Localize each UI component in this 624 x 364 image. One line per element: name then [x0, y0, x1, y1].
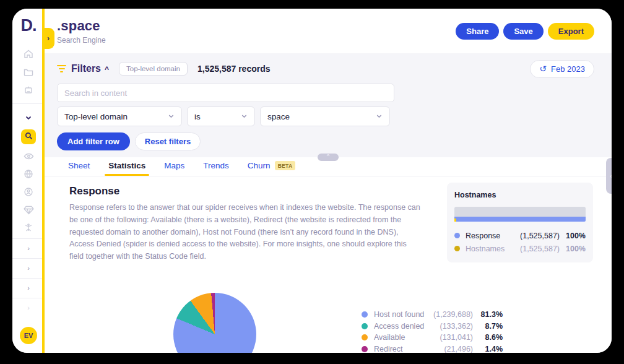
beta-badge: BETA — [275, 161, 296, 170]
date-label: Feb 2023 — [551, 64, 585, 74]
tab-label: Churn — [248, 161, 271, 170]
chevron-down-icon — [168, 112, 175, 121]
legend-value: (1,525,587) — [520, 232, 560, 240]
sidebar-divider — [12, 278, 45, 279]
crawler-icon[interactable] — [22, 84, 35, 96]
legend-value: (1,525,587) — [520, 245, 560, 253]
sidebar-section-toggle[interactable]: › — [27, 241, 30, 256]
legend-dot-icon — [362, 323, 368, 329]
legend-percent: 100% — [560, 245, 586, 253]
chevron-up-icon: ^ — [105, 65, 109, 74]
add-filter-row-button[interactable]: Add filter row — [57, 132, 130, 150]
tab-maps[interactable]: Maps — [164, 161, 184, 176]
filter-operator-select[interactable]: is — [187, 106, 255, 126]
chevron-down-icon — [376, 112, 383, 121]
hostnames-legend-row[interactable]: Response(1,525,587)100% — [454, 229, 586, 242]
globe-icon[interactable] — [22, 168, 35, 180]
pie-legend-row[interactable]: Access denied(133,362)8.7% — [362, 320, 503, 332]
legend-dot-icon — [454, 233, 460, 238]
legend-label: Redirect — [374, 345, 403, 353]
filter-value-select[interactable]: space — [260, 106, 390, 126]
search-input[interactable] — [57, 84, 394, 102]
legend-label: Response — [466, 232, 500, 240]
statistics-content: Response Response refers to the answer t… — [45, 176, 612, 353]
filter-icon — [57, 65, 66, 73]
share-button[interactable]: Share — [456, 23, 499, 40]
tab-sheet[interactable]: Sheet — [68, 161, 90, 176]
hostnames-panel: Hostnames Response(1,525,587)100%Hostnam… — [447, 183, 593, 262]
section-heading: Response — [69, 185, 422, 197]
app-window: D. › — [12, 9, 612, 353]
diamond-icon[interactable] — [22, 204, 35, 216]
folder-icon[interactable] — [22, 66, 35, 78]
legend-label: Hostnames — [466, 245, 505, 253]
pie-legend-row[interactable]: Host not found(1,239,688)81.3% — [362, 309, 503, 321]
app-header: .space Search Engine Share Save Export — [45, 9, 612, 53]
filter-operator-value: is — [194, 112, 201, 121]
filter-field-value: Top-level domain — [64, 112, 128, 121]
legend-dot-icon — [362, 346, 368, 352]
tab-label: Trends — [203, 161, 229, 170]
brand-logo[interactable]: D. — [21, 17, 37, 34]
home-icon[interactable] — [22, 48, 35, 60]
right-panel-handle[interactable]: ‹ — [606, 158, 612, 194]
reset-filters-button[interactable]: Reset filters — [135, 132, 201, 150]
export-button[interactable]: Export — [548, 23, 594, 40]
hostnames-legend-row[interactable]: Hostnames(1,525,587)100% — [454, 242, 586, 255]
sidebar-divider — [12, 103, 45, 104]
chevron-right-icon: › — [47, 34, 50, 43]
pie-legend: Host not found(1,239,688)81.3%Access den… — [362, 309, 503, 353]
tab-statistics[interactable]: Statistics — [108, 161, 145, 176]
chevron-down-icon — [241, 112, 248, 121]
sidebar-divider — [12, 298, 45, 298]
filters-title[interactable]: Filters — [71, 63, 101, 74]
search-icon — [25, 131, 33, 142]
tab-trends[interactable]: Trends — [203, 161, 229, 176]
filter-value: space — [267, 112, 290, 121]
legend-dot-icon — [362, 311, 368, 318]
tab-label: Maps — [164, 161, 184, 170]
filters-collapse-handle[interactable]: ⌃ — [318, 154, 339, 161]
sidebar-section-toggle[interactable]: › — [27, 300, 30, 316]
legend-label: Access denied — [374, 322, 424, 331]
user-icon[interactable] — [22, 186, 35, 198]
chevron-left-icon: ‹ — [610, 172, 612, 180]
records-count: 1,525,587 records — [197, 64, 271, 74]
legend-percent: 1.4% — [473, 345, 503, 353]
eye-icon[interactable] — [22, 150, 35, 162]
legend-value: (21,496) — [444, 345, 473, 353]
sidebar-divider — [12, 238, 45, 239]
chevron-down-icon[interactable] — [22, 111, 35, 124]
hostnames-legend: Response(1,525,587)100%Hostnames(1,525,5… — [454, 229, 586, 255]
legend-label: Host not found — [374, 310, 424, 319]
date-selector[interactable]: ↺ Feb 2023 — [530, 60, 594, 78]
legend-dot-icon — [454, 246, 460, 251]
filters-panel: Filters ^ Top-level domain 1,525,587 rec… — [45, 53, 612, 157]
filter-tag[interactable]: Top-level domain — [119, 62, 188, 76]
pie-legend-row[interactable]: Redirect(21,496)1.4% — [362, 343, 503, 353]
legend-percent: 100% — [560, 232, 586, 240]
pie-legend-row[interactable]: Available(131,041)8.6% — [362, 332, 503, 344]
user-avatar[interactable]: EV — [20, 327, 37, 344]
save-button[interactable]: Save — [503, 23, 543, 40]
sidebar-section-toggle[interactable]: › — [27, 261, 30, 276]
tab-churn[interactable]: ChurnBETA — [248, 161, 296, 176]
sidebar-divider — [12, 258, 45, 259]
filter-field-select[interactable]: Top-level domain — [57, 106, 182, 126]
response-bar — [454, 217, 586, 222]
page-subtitle: Search Engine — [57, 36, 106, 45]
tab-label: Sheet — [68, 161, 90, 170]
legend-value: (131,041) — [440, 333, 473, 342]
legend-percent: 8.7% — [473, 322, 503, 331]
legend-percent: 81.3% — [473, 310, 503, 319]
search-nav-active[interactable] — [21, 129, 36, 144]
sidebar: D. › — [12, 9, 45, 353]
hostnames-panel-title: Hostnames — [454, 191, 586, 199]
drone-icon[interactable] — [22, 222, 35, 234]
response-pie-chart — [173, 293, 256, 353]
section-description: Response refers to the answer that our s… — [69, 202, 422, 263]
legend-value: (133,362) — [440, 322, 473, 331]
hostnames-bar — [454, 207, 586, 217]
sidebar-expand-tab[interactable]: › — [42, 28, 54, 49]
sidebar-section-toggle[interactable]: › — [27, 280, 30, 296]
